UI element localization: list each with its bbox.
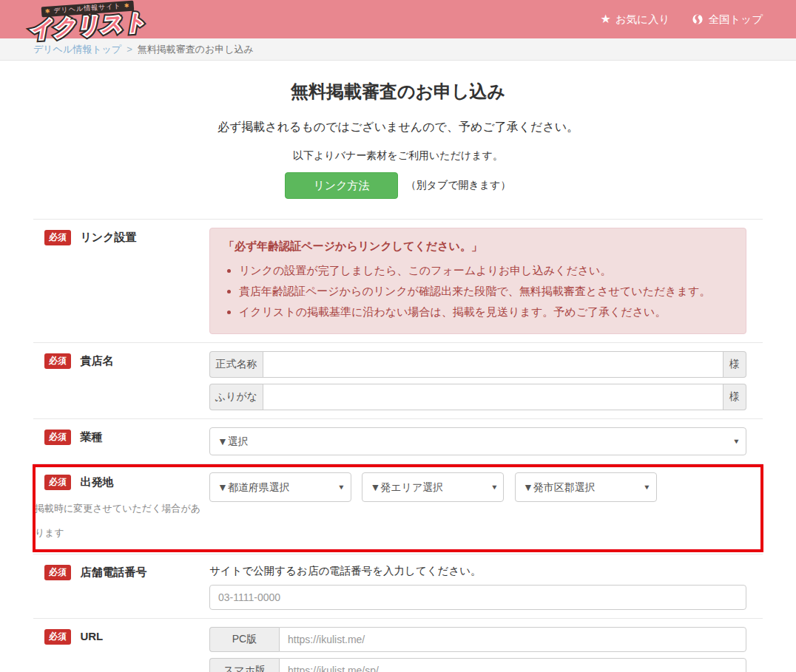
kana-name-addon: ふりがな <box>209 384 263 410</box>
site-header: ✱ デリヘル情報サイト ✱ イクリスト ★ お気に入り 全国トップ <box>0 0 796 38</box>
pc-version-addon: PC版 <box>209 627 279 652</box>
area-select[interactable]: ▼発エリア選択 <box>362 472 504 502</box>
sama-suffix-addon: 様 <box>724 351 746 378</box>
shop-name-official-input[interactable] <box>263 351 724 378</box>
phone-label: 店舗電話番号 <box>80 566 146 578</box>
required-badge: 必須 <box>44 353 71 369</box>
required-badge: 必須 <box>44 475 71 490</box>
alert-bullet: リンクの設置が完了しましたら、このフォームよりお申し込みください。 <box>239 260 732 281</box>
sp-version-addon: スマホ版 <box>209 658 279 672</box>
industry-select[interactable]: ▼選択 <box>209 427 746 455</box>
required-badge: 必須 <box>44 565 71 580</box>
phone-input[interactable] <box>209 585 746 610</box>
alert-bullet-list: リンクの設置が完了しましたら、このフォームよりお申し込みください。 貴店年齢認証… <box>223 260 732 322</box>
application-form: 必須 リンク設置 「必ず年齢認証ページからリンクしてください。」 リンクの設置が… <box>33 219 763 672</box>
favorites-label: お気に入り <box>615 13 670 27</box>
link-method-row: リンク方法 （別タブで開きます） <box>0 172 796 199</box>
alert-title: 「必ず年齢認証ページからリンクしてください。」 <box>223 240 732 254</box>
caution-text: 必ず掲載されるものではございませんので、予めご了承ください。 <box>0 120 796 135</box>
official-name-addon: 正式名称 <box>209 351 263 378</box>
required-badge: 必須 <box>44 430 71 445</box>
sama-suffix-addon: 様 <box>724 384 746 410</box>
row-shop-name: 必須 貴店名 正式名称 様 ふりがな 様 <box>33 342 763 418</box>
row-url: 必須 URL PC版 スマホ版 <box>33 618 763 672</box>
required-badge: 必須 <box>44 629 71 645</box>
alert-bullet: 貴店年齢認証ページからのリンクが確認出来た段階で、無料掲載審査とさせていただきま… <box>239 281 732 302</box>
row-departure: 必須 出発地 掲載時に変更させていただく場合があります ▼都道府県選択 ▼ ▼発… <box>33 464 763 553</box>
star-icon: ★ <box>601 13 611 25</box>
banner-note: 以下よりバナー素材をご利用いただけます。 <box>0 149 796 163</box>
prefecture-select[interactable]: ▼都道府県選択 <box>209 472 351 502</box>
url-sp-input[interactable] <box>279 658 746 672</box>
phone-help: サイトで公開するお店の電話番号を入力してください。 <box>209 564 746 578</box>
shop-name-kana-input[interactable] <box>263 384 724 410</box>
departure-note: 掲載時に変更させていただく場合があります <box>35 496 206 545</box>
national-top-label: 全国トップ <box>708 13 763 27</box>
departure-label: 出発地 <box>80 475 113 488</box>
breadcrumb: デリヘル情報トップ > 無料掲載審査のお申し込み <box>0 38 796 61</box>
link-setup-label: リンク設置 <box>80 231 136 243</box>
globe-icon <box>692 13 704 25</box>
shop-name-label: 貴店名 <box>80 354 113 367</box>
city-select[interactable]: ▼発市区郡選択 <box>515 472 657 502</box>
header-nav: ★ お気に入り 全国トップ <box>601 13 763 27</box>
breadcrumb-current: 無料掲載審査のお申し込み <box>138 43 254 56</box>
row-phone: 必須 店舗電話番号 サイトで公開するお店の電話番号を入力してください。 <box>33 554 763 618</box>
row-industry: 必須 業種 ▼選択 ▼ <box>33 418 763 464</box>
url-pc-input[interactable] <box>279 627 746 652</box>
link-setup-alert: 「必ず年齢認証ページからリンクしてください。」 リンクの設置が完了しましたら、こ… <box>209 228 746 334</box>
breadcrumb-home-link[interactable]: デリヘル情報トップ <box>33 43 121 56</box>
star-icon: ✱ <box>44 7 50 16</box>
site-logo[interactable]: ✱ デリヘル情報サイト ✱ イクリスト <box>29 0 148 41</box>
favorites-link[interactable]: ★ お気に入り <box>601 13 670 27</box>
link-method-button[interactable]: リンク方法 <box>285 172 397 199</box>
page-title: 無料掲載審査のお申し込み <box>0 80 796 103</box>
alert-bullet: イクリストの掲載基準に沿わない場合は、掲載を見送ります。予めご了承ください。 <box>239 302 732 322</box>
required-badge: 必須 <box>44 230 71 245</box>
star-icon: ✱ <box>124 2 129 10</box>
main-content: 無料掲載審査のお申し込み 必ず掲載されるものではございませんので、予めご了承くだ… <box>0 80 796 672</box>
url-label: URL <box>80 630 103 642</box>
new-tab-note: （別タブで開きます） <box>406 179 511 192</box>
row-link-setup: 必須 リンク設置 「必ず年齢認証ページからリンクしてください。」 リンクの設置が… <box>33 219 763 342</box>
national-top-link[interactable]: 全国トップ <box>692 13 763 27</box>
industry-label: 業種 <box>80 430 102 443</box>
breadcrumb-separator: > <box>127 44 132 55</box>
